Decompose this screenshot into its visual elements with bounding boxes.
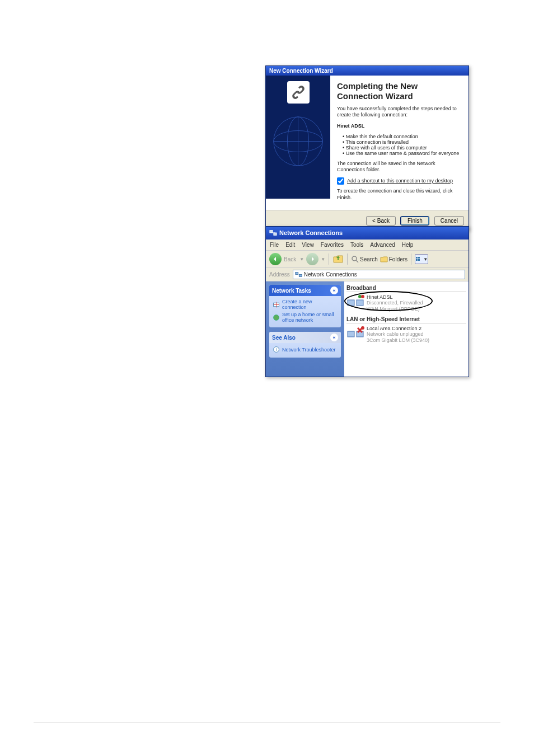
connection-status: Disconnected, Firewalled [367,300,423,306]
address-label: Address [269,271,290,278]
see-also-panel: See Also « i Network Troubleshooter [269,332,341,358]
new-connection-wizard-dialog: New Connection Wizard Completing the New… [265,65,469,231]
nc-content: Broadband Hinet ADSL Disconnected, Firew… [344,281,469,377]
forward-icon[interactable] [306,253,318,265]
back-icon[interactable] [269,253,282,265]
menu-advanced[interactable]: Advanced [367,241,397,248]
wizard-title: New Connection Wizard [269,68,333,74]
menu-favorites[interactable]: Favorites [318,241,346,248]
connection-device: 3Com Gigabit LOM (3C940) [367,337,429,343]
wizard-sidebar [266,76,330,199]
wizard-content: Completing the New Connection Wizard You… [330,76,469,210]
address-dropdown[interactable]: Network Connections [293,270,465,279]
see-also-header[interactable]: See Also « [269,332,341,343]
sidebar-network-troubleshooter[interactable]: i Network Troubleshooter [273,346,338,353]
svg-rect-12 [416,259,418,261]
network-connections-window: Network Connections File Edit View Favor… [265,226,469,377]
connection-local-area-2[interactable]: Local Area Connection 2 Network cable un… [346,326,466,343]
network-tasks-panel: Network Tasks « Create a new connection … [269,285,341,327]
broadband-connection-icon [346,294,364,310]
collapse-icon[interactable]: « [330,334,338,341]
wizard-bullet-list: Make this the default connection This co… [337,134,463,156]
views-icon [415,256,423,262]
menu-file[interactable]: File [267,241,282,248]
nc-toolbar: Back ▼ ▼ Search Folders ▼ [266,251,469,268]
svg-rect-13 [418,259,420,261]
wizard-saved-note: The connection will be saved in the Netw… [337,161,463,173]
network-tasks-header[interactable]: Network Tasks « [269,285,341,296]
svg-rect-20 [348,300,354,306]
wizard-shortcut-checkbox[interactable]: Add a shortcut to this connection to my … [337,177,463,185]
wizard-bullet: This connection is firewalled [343,139,463,145]
wizard-bullet: Use the same user name & password for ev… [343,151,463,156]
page-footer-rule [34,722,500,722]
wizard-close-note: To create the connection and close this … [337,188,463,201]
svg-rect-14 [296,272,298,274]
svg-rect-11 [418,257,420,259]
cancel-button[interactable]: Cancel [434,216,464,226]
lan-connection-icon [346,326,364,341]
wizard-connection-name: Hinet ADSL [337,123,364,129]
connection-device: WAN Miniport (PPPOE) [367,306,423,312]
nc-menubar: File Edit View Favorites Tools Advanced … [266,240,469,251]
finish-button[interactable]: Finish [400,216,429,226]
new-conn-icon [273,301,280,308]
nc-addressbar: Address Network Connections [266,268,469,281]
folders-button[interactable]: Folders [380,255,407,263]
svg-rect-24 [348,331,354,337]
svg-rect-5 [270,231,273,233]
wizard-body: Completing the New Connection Wizard You… [266,76,469,210]
svg-line-9 [356,260,358,262]
nc-title: Network Connections [279,229,343,236]
svg-rect-10 [416,257,418,259]
connection-title: Hinet ADSL [367,294,423,300]
wizard-bullet: Make this the default connection [343,134,463,139]
address-value: Network Connections [304,271,357,278]
wizard-bullet: Share with all users of this computer [343,145,463,151]
nc-body: Network Tasks « Create a new connection … [266,281,469,377]
wizard-titlebar[interactable]: New Connection Wizard [266,66,469,76]
shortcut-label: Add a shortcut to this connection to my … [347,178,453,184]
back-label: Back [284,256,296,262]
folders-label: Folders [389,256,407,262]
menu-view[interactable]: View [299,241,317,248]
shortcut-checkbox-input[interactable] [337,177,344,185]
nc-titlebar[interactable]: Network Connections [266,227,469,240]
menu-edit[interactable]: Edit [283,241,298,248]
wizard-chain-icon [287,81,310,104]
svg-rect-6 [274,233,277,235]
search-icon [351,255,359,263]
connection-hinet-adsl[interactable]: Hinet ADSL Disconnected, Firewalled WAN … [346,294,466,312]
folders-icon [380,255,388,263]
search-button[interactable]: Search [351,255,378,263]
collapse-icon[interactable]: « [330,287,338,294]
troubleshoot-icon: i [273,346,280,353]
svg-point-26 [361,326,364,330]
connection-status: Network cable unplugged [367,331,429,337]
wizard-intro-text: You have successfully completed the step… [337,106,463,119]
menu-help[interactable]: Help [399,241,416,248]
address-icon [295,271,302,278]
sidebar-setup-home-network[interactable]: Set up a home or small office network [273,312,338,323]
nc-sidebar: Network Tasks « Create a new connection … [266,281,344,377]
home-net-icon [273,314,280,321]
svg-rect-21 [357,300,363,306]
group-broadband: Broadband [346,285,466,292]
svg-point-23 [361,295,364,298]
globe-wireframe-icon [271,115,325,168]
connection-title: Local Area Connection 2 [367,326,429,331]
wizard-heading: Completing the New Connection Wizard [337,81,463,101]
sidebar-create-new-connection[interactable]: Create a new connection [273,299,338,310]
back-button[interactable]: < Back [366,216,396,226]
search-label: Search [360,256,378,262]
group-lan: LAN or High-Speed Internet [346,316,466,323]
svg-rect-15 [299,275,302,277]
svg-point-8 [352,256,357,261]
svg-point-17 [274,314,279,320]
up-folder-icon[interactable] [332,253,344,265]
views-button[interactable]: ▼ [415,254,428,264]
menu-tools[interactable]: Tools [348,241,366,248]
network-connections-icon [269,229,277,237]
